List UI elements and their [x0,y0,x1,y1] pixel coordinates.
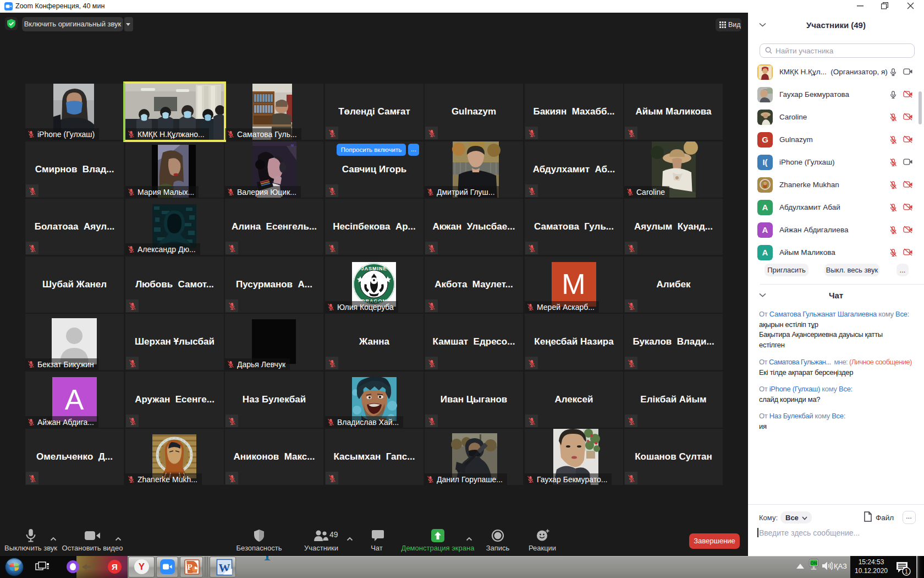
svg-text:M: M [291,144,294,147]
svg-text:P: P [187,563,192,571]
svg-text:ON: ON [810,560,817,566]
svg-text:JASMINE: JASMINE [361,266,387,271]
svg-text:1: 1 [905,568,908,575]
svg-text:A: A [65,384,84,416]
svg-text:M: M [562,268,585,300]
